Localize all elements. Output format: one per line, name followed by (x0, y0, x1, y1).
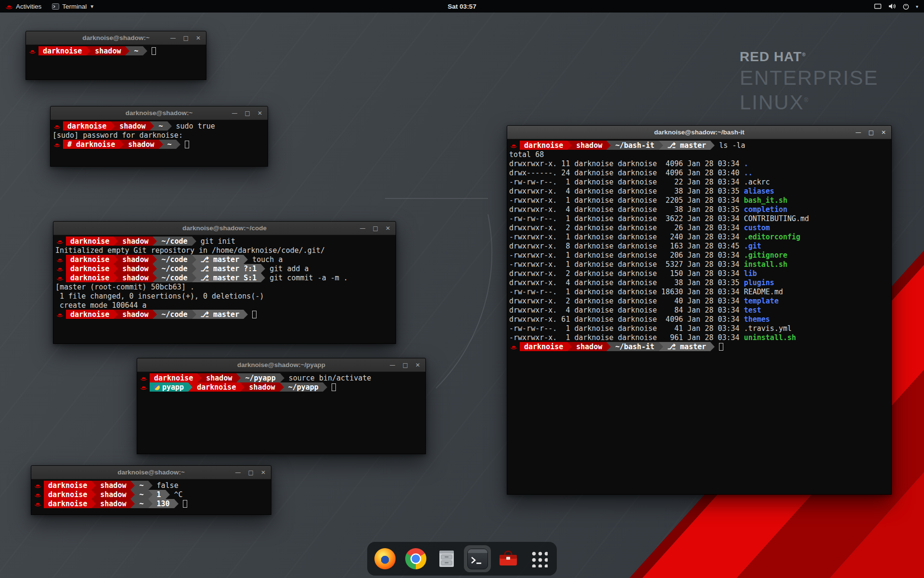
minimize-icon[interactable]: — (235, 470, 241, 475)
powerline-separator-icon (114, 264, 118, 273)
maximize-icon[interactable]: □ (248, 470, 254, 475)
file-list-row: -rwxrwxr-x. 1 darknoise darknoise 240 Ja… (509, 232, 889, 241)
terminal-output-line: 1 file changed, 0 insertions(+), 0 delet… (55, 291, 394, 301)
minimize-icon[interactable]: — (856, 130, 861, 135)
dock-item-terminal[interactable] (464, 545, 491, 572)
redhat-icon (56, 266, 64, 272)
close-icon[interactable]: ✕ (881, 130, 886, 135)
dock-item-firefox[interactable] (372, 545, 398, 572)
powerline-separator-icon (114, 273, 118, 282)
brand-redhat-text: RED HAT (740, 49, 802, 64)
terminal-body[interactable]: darknoiseshadow~ (26, 45, 206, 57)
minimize-icon[interactable]: — (390, 362, 396, 368)
dock-item-files[interactable] (433, 545, 460, 572)
terminal-body[interactable]: darknoiseshadow~/pyapp source bin/activa… (137, 372, 425, 393)
maximize-icon[interactable]: □ (373, 225, 378, 231)
file-meta: -rwxrwxr-x. 1 darknoise darknoise 961 Ja… (509, 333, 744, 342)
powerline-separator-icon (150, 121, 154, 131)
powerline-separator-icon (710, 342, 715, 351)
terminal-prompt-line: darknoiseshadow~/code git init (55, 236, 394, 246)
prompt-segment-path: ~/code (157, 255, 192, 264)
terminal-prompt-line: darknoiseshadow~ false (33, 481, 269, 490)
powerline-separator-icon (153, 236, 157, 246)
prompt-segment-git: ⎇ master ?:1 (196, 264, 261, 273)
terminal-window-home-1: darknoise@shadow:~ — □ ✕ darknoiseshadow… (26, 31, 206, 80)
window-buttons: — □ ✕ (856, 126, 886, 139)
powerline-separator-icon (143, 46, 147, 55)
file-list-row: -rwxrwxr-x. 1 darknoise darknoise 2205 J… (509, 196, 889, 205)
terminal-body[interactable]: darknoiseshadow~/code git initInitialize… (53, 235, 396, 320)
file-list-row: drwxrwxr-x. 8 darknoise darknoise 163 Ja… (509, 241, 889, 250)
window-titlebar[interactable]: darknoise@shadow:~ — □ ✕ (31, 466, 271, 479)
caret-down-icon: ▼ (90, 4, 94, 9)
file-name: test (744, 306, 761, 315)
app-menu-terminal[interactable]: Terminal ▼ (47, 0, 100, 13)
window-title: darknoise@shadow:~/code (182, 224, 267, 232)
redhat-icon (140, 375, 147, 381)
file-name: custom (744, 223, 770, 232)
dock-item-chrome[interactable] (402, 545, 429, 572)
maximize-icon[interactable]: □ (183, 35, 189, 41)
file-list-row: -rw-rw-r--. 1 darknoise darknoise 22 Jan… (509, 177, 889, 186)
prompt-segment-git: ⎇ master (196, 310, 244, 319)
prompt-segment-user: darknoise (63, 121, 111, 131)
close-icon[interactable]: ✕ (196, 35, 201, 41)
window-title: darknoise@shadow:~ (126, 109, 193, 117)
terminal-body[interactable]: darknoiseshadow~ falsedarknoiseshadow~1 … (31, 479, 271, 510)
prompt-segment-user: darknoise (150, 373, 197, 382)
powerline-separator-icon (159, 140, 163, 149)
file-meta: drwxrwxr-x. 4 darknoise darknoise 38 Jan… (509, 187, 744, 196)
powerline-separator-icon (261, 264, 265, 273)
close-icon[interactable]: ✕ (261, 470, 266, 475)
prompt-segment-path: ~/code (157, 273, 192, 282)
powerline-separator-icon (91, 490, 96, 499)
powerline-separator-icon (261, 273, 265, 282)
command-text: ^C (170, 490, 183, 499)
file-name: .gitignore (744, 251, 787, 260)
close-icon[interactable]: ✕ (415, 362, 420, 368)
window-titlebar[interactable]: darknoise@shadow:~/code — □ ✕ (53, 222, 396, 235)
activities-label: Activities (16, 3, 41, 10)
terminal-prompt-line: pyappdarknoiseshadow~/pyapp (139, 382, 424, 392)
file-list-row: -rwxrwxr-x. 1 darknoise darknoise 206 Ja… (509, 250, 889, 260)
file-name: . (744, 159, 748, 168)
clock[interactable]: Sat 03:57 (448, 3, 476, 10)
maximize-icon[interactable]: □ (403, 362, 408, 368)
window-titlebar[interactable]: darknoise@shadow:~ — □ ✕ (51, 106, 268, 120)
terminal-body[interactable]: darknoiseshadow~ sudo true[sudo] passwor… (51, 120, 268, 150)
dock-item-app-grid[interactable] (526, 545, 552, 572)
system-status-area[interactable]: ▾ (869, 0, 924, 13)
close-icon[interactable]: ✕ (385, 225, 390, 231)
window-titlebar[interactable]: darknoise@shadow:~ — □ ✕ (26, 31, 206, 45)
minimize-icon[interactable]: — (232, 110, 238, 116)
powerline-separator-icon (240, 382, 244, 392)
text-cursor (332, 383, 336, 391)
file-meta: -rwxrwxr-x. 1 darknoise darknoise 206 Ja… (509, 251, 744, 260)
powerline-separator-icon (188, 382, 192, 392)
file-list-row: drwxrwxr-x. 4 darknoise darknoise 38 Jan… (509, 186, 889, 196)
terminal-prompt-line: darknoiseshadow~ sudo true (52, 121, 266, 131)
dock-item-toolbox[interactable] (495, 545, 522, 572)
maximize-icon[interactable]: □ (245, 110, 250, 116)
powerline-separator-icon (659, 342, 663, 351)
window-titlebar[interactable]: darknoise@shadow:~/bash-it — □ ✕ (507, 126, 891, 139)
file-name: install.sh (744, 260, 787, 269)
minimize-icon[interactable]: — (170, 35, 176, 41)
minimize-icon[interactable]: — (360, 225, 366, 231)
toolbox-icon (498, 549, 519, 568)
powerline-separator-icon (86, 46, 90, 55)
file-name: lib (744, 269, 757, 278)
window-titlebar[interactable]: darknoise@shadow:~/pyapp — □ ✕ (137, 358, 425, 372)
powerline-separator-icon (153, 264, 157, 273)
close-icon[interactable]: ✕ (257, 110, 262, 116)
file-name: uninstall.sh (744, 333, 796, 342)
maximize-icon[interactable]: □ (869, 130, 874, 135)
activities-button[interactable]: Activities (0, 0, 47, 13)
python-icon (154, 384, 160, 390)
text-cursor (152, 47, 156, 55)
terminal-body[interactable]: darknoiseshadow~/bash-it⎇ master ls -lat… (507, 139, 891, 353)
prompt-segment-git: ⎇ master (196, 255, 244, 264)
display-icon (874, 3, 882, 10)
file-list-row: drwxrwxr-x. 4 darknoise darknoise 38 Jan… (509, 278, 889, 287)
prompt-segment-host: shadow (96, 499, 130, 508)
